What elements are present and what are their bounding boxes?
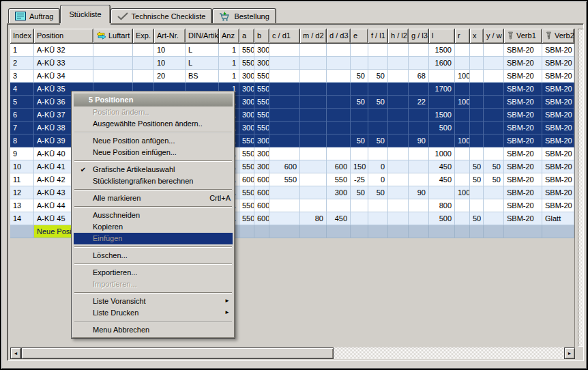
table-cell[interactable]: 100 — [455, 96, 470, 109]
table-cell[interactable] — [484, 57, 504, 70]
table-cell[interactable] — [300, 44, 327, 57]
table-cell[interactable] — [470, 186, 484, 199]
table-cell[interactable]: 550 — [239, 147, 254, 160]
table-cell[interactable]: 450 — [327, 212, 351, 225]
table-cell[interactable] — [351, 199, 368, 212]
table-cell[interactable] — [269, 57, 300, 70]
table-cell[interactable]: 550 — [239, 44, 254, 57]
table-row[interactable]: 3A-KÜ 3420BS1300550505068100SBM-20SBM-20… — [10, 70, 574, 83]
table-cell[interactable] — [409, 199, 429, 212]
table-cell[interactable] — [327, 83, 351, 96]
table-cell[interactable]: SBM-20 — [504, 199, 542, 212]
table-cell[interactable]: 50 — [470, 212, 484, 225]
table-cell[interactable]: 8 — [10, 134, 34, 147]
table-cell[interactable]: 550 — [254, 122, 269, 134]
table-cell[interactable] — [327, 122, 351, 134]
table-cell[interactable]: 300 — [254, 57, 269, 70]
table-cell[interactable] — [300, 57, 327, 70]
table-cell[interactable]: Glatt — [542, 212, 574, 225]
menu-item[interactable]: Kopieren — [74, 221, 233, 233]
table-cell[interactable] — [484, 122, 504, 134]
menu-item[interactable]: Position ändern.. — [74, 106, 233, 118]
table-cell[interactable] — [368, 109, 388, 122]
table-cell[interactable] — [300, 96, 327, 109]
table-cell[interactable]: SBM-20 — [542, 173, 574, 186]
menu-item[interactable]: Stücklistengrafiken berechnen — [74, 175, 233, 187]
menu-item[interactable]: Importieren... — [74, 279, 233, 290]
table-cell[interactable] — [409, 109, 429, 122]
table-cell[interactable]: SBM-20 — [504, 96, 542, 109]
table-cell[interactable]: SBM-20 — [504, 109, 542, 122]
table-cell[interactable] — [351, 57, 368, 70]
table-cell[interactable] — [269, 109, 300, 122]
table-cell[interactable] — [269, 83, 300, 96]
table-cell[interactable] — [368, 122, 388, 134]
table-cell[interactable] — [484, 134, 504, 147]
table-cell[interactable]: 10 — [10, 160, 34, 173]
table-cell[interactable]: 80 — [300, 212, 327, 225]
table-cell[interactable]: 7 — [10, 122, 34, 134]
table-cell[interactable]: 13 — [10, 199, 34, 212]
table-cell[interactable] — [368, 57, 388, 70]
table-cell[interactable] — [455, 199, 470, 212]
table-cell[interactable]: 600 — [269, 160, 300, 173]
table-cell[interactable]: 0 — [368, 173, 388, 186]
table-cell[interactable]: SBM-20 — [504, 173, 542, 186]
table-cell[interactable]: 50 — [351, 70, 368, 83]
table-cell[interactable] — [388, 134, 409, 147]
table-cell[interactable]: 50 — [368, 134, 388, 147]
table-cell[interactable] — [269, 147, 300, 160]
table-cell[interactable] — [388, 160, 409, 173]
table-cell[interactable] — [269, 186, 300, 199]
menu-item[interactable]: Menu Abbrechen — [74, 324, 233, 336]
table-cell[interactable]: 300 — [254, 134, 269, 147]
table-cell[interactable]: 300 — [239, 109, 254, 122]
table-cell[interactable]: 550 — [239, 160, 254, 173]
column-header[interactable]: c / d1 — [269, 29, 300, 44]
table-cell[interactable] — [484, 199, 504, 212]
table-cell[interactable]: 0 — [368, 160, 388, 173]
table-cell[interactable] — [300, 199, 327, 212]
table-cell[interactable] — [409, 160, 429, 173]
table-cell[interactable] — [429, 96, 455, 109]
table-cell[interactable] — [388, 186, 409, 199]
table-cell[interactable] — [409, 147, 429, 160]
table-cell[interactable] — [254, 225, 269, 238]
table-cell[interactable]: 550 — [239, 134, 254, 147]
table-cell[interactable]: SBM-20 — [542, 186, 574, 199]
table-cell[interactable] — [93, 44, 133, 57]
table-cell[interactable]: 50 — [368, 70, 388, 83]
table-cell[interactable] — [484, 70, 504, 83]
table-cell[interactable]: 600 — [327, 160, 351, 173]
table-cell[interactable] — [269, 212, 300, 225]
table-cell[interactable] — [409, 57, 429, 70]
table-cell[interactable]: SBM-20 — [504, 44, 542, 57]
table-cell[interactable] — [388, 122, 409, 134]
table-cell[interactable] — [300, 173, 327, 186]
table-cell[interactable] — [484, 225, 504, 238]
table-cell[interactable] — [10, 225, 34, 238]
table-cell[interactable] — [300, 122, 327, 134]
table-cell[interactable] — [388, 212, 409, 225]
table-cell[interactable] — [351, 83, 368, 96]
table-cell[interactable]: 22 — [409, 96, 429, 109]
table-cell[interactable] — [351, 109, 368, 122]
table-cell[interactable] — [504, 225, 542, 238]
table-cell[interactable] — [368, 212, 388, 225]
table-cell[interactable] — [455, 225, 470, 238]
table-cell[interactable]: 550 — [254, 83, 269, 96]
table-cell[interactable]: SBM-20 — [504, 160, 542, 173]
table-cell[interactable]: 150 — [351, 160, 368, 173]
column-header[interactable]: DIN/Artikel — [186, 29, 219, 44]
table-cell[interactable]: 550 — [254, 70, 269, 83]
table-cell[interactable]: 1 — [219, 57, 239, 70]
column-header[interactable]: g / l3 — [409, 29, 429, 44]
table-cell[interactable]: 550 — [239, 57, 254, 70]
table-cell[interactable] — [409, 225, 429, 238]
table-cell[interactable] — [484, 212, 504, 225]
table-cell[interactable]: SBM-20 — [542, 199, 574, 212]
table-cell[interactable] — [388, 173, 409, 186]
table-cell[interactable]: 3 — [10, 70, 34, 83]
table-cell[interactable]: 600 — [254, 173, 269, 186]
table-cell[interactable]: SBM-20 L — [542, 57, 574, 70]
